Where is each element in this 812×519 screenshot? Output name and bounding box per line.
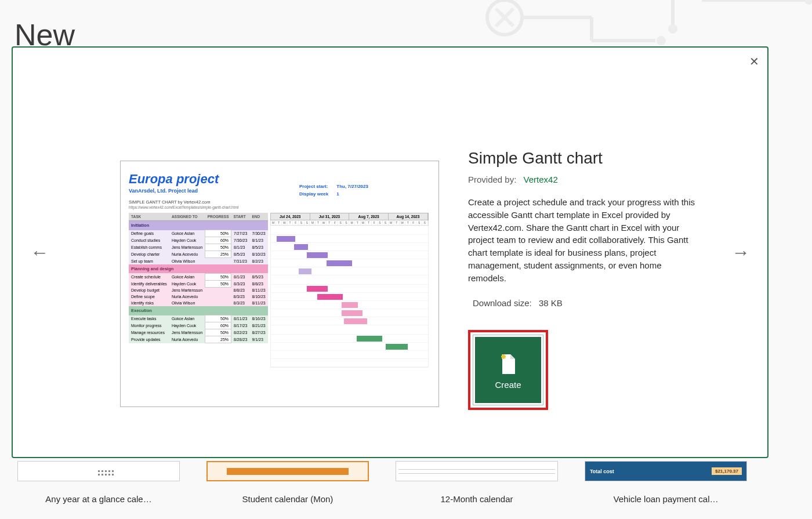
template-card[interactable]: 12-Month calendar (396, 461, 558, 504)
template-label: Vehicle loan payment cal… (614, 494, 719, 504)
column-header: START (231, 213, 250, 221)
download-size-value: 38 KB (539, 298, 563, 308)
task-row: Define scopeNuria Acevedo8/3/238/10/23 (129, 293, 268, 300)
provider-link[interactable]: Vertex42 (524, 175, 558, 184)
prev-template-button[interactable]: ← (30, 242, 49, 263)
download-size-row: Download size: 38 KB (468, 298, 700, 308)
preview-subtitle: VanArsdel, Ltd. Project lead (129, 188, 430, 194)
close-icon: ✕ (749, 55, 759, 68)
task-row: Identify risksOlivia Wilson8/3/238/11/23 (129, 300, 268, 306)
task-row: Develop budgetJens Martensson8/8/238/11/… (129, 287, 268, 293)
arrow-left-icon: ← (30, 242, 49, 263)
template-label: 12-Month calendar (440, 494, 513, 504)
provided-by-row: Provided by: Vertex42 (468, 175, 700, 184)
task-row: Define goalsGokce Aslan50%7/27/237/30/23 (129, 230, 268, 237)
template-preview: Europa project VanArsdel, Ltd. Project l… (120, 161, 439, 407)
task-row: Establish commsJens Martensson50%8/1/238… (129, 244, 268, 251)
svg-point-0 (487, 0, 522, 35)
template-gallery-row: Any year at a glance cale… Student calen… (17, 461, 747, 504)
next-template-button[interactable]: → (731, 242, 750, 263)
template-card[interactable]: Any year at a glance cale… (17, 461, 180, 504)
template-thumb (206, 461, 369, 481)
template-detail: Simple Gantt chart Provided by: Vertex42… (468, 149, 700, 410)
template-thumb (396, 461, 558, 481)
preview-info: Project start:Thu, 7/27/2023 Display wee… (295, 182, 373, 198)
task-row: Develop charterNuria Acevedo25%8/5/238/1… (129, 251, 268, 258)
create-highlight-annotation: Create (468, 330, 548, 410)
download-size-label: Download size: (473, 298, 532, 308)
template-card[interactable]: Student calendar (Mon) (206, 461, 369, 504)
template-title: Simple Gantt chart (468, 149, 700, 168)
task-row: Create scheduleGokce Aslan50%8/1/238/5/2… (129, 273, 268, 280)
svg-point-2 (668, 24, 677, 34)
task-table: TASKASSIGNED TOPROGRESSSTARTEND Initiati… (129, 213, 268, 343)
week-label: Jul 24, 2023 (271, 213, 310, 220)
task-row: Identify deliverablesHayden Cook50%8/3/2… (129, 280, 268, 287)
template-preview-modal: ✕ ← → Europa project VanArsdel, Ltd. Pro… (12, 46, 768, 458)
gantt-chart: Jul 24, 2023Jul 31, 2023Aug 7, 2023Aug 1… (270, 213, 429, 368)
create-button[interactable]: Create (475, 337, 541, 403)
preview-url: https://www.vertex42.com/ExcelTemplates/… (129, 205, 430, 209)
preview-meta: SIMPLE GANTT CHART by Vertex42.com (129, 199, 430, 205)
task-row: Monitor progressHayden Cook60%8/17/238/2… (129, 322, 268, 329)
week-label: Aug 14, 2023 (389, 213, 428, 220)
template-thumb: Total cost $21,170.37 (585, 461, 747, 481)
task-row: Execute tasksGokce Aslan50%8/11/238/16/2… (129, 315, 268, 322)
column-header: TASK (129, 213, 169, 221)
template-card[interactable]: Total cost $21,170.37 Vehicle loan payme… (585, 461, 747, 504)
task-row: Manage resourcesJens Martensson50%8/22/2… (129, 329, 268, 336)
new-document-icon (498, 351, 519, 376)
provided-label: Provided by: (468, 175, 516, 184)
week-label: Aug 7, 2023 (349, 213, 389, 220)
column-header: END (249, 213, 267, 221)
svg-point-3 (804, 0, 812, 5)
column-header: PROGRESS (205, 213, 231, 221)
template-description: Create a project schedule and track your… (468, 196, 700, 284)
week-label: Jul 31, 2023 (310, 213, 350, 220)
preview-project-title: Europa project (129, 172, 430, 187)
task-row: Conduct studiesHayden Cook60%7/30/238/1/… (129, 237, 268, 244)
task-row: Provide updatesNuria Acevedo25%8/28/239/… (129, 336, 268, 343)
column-header: ASSIGNED TO (169, 213, 205, 221)
section-row: Initiation (129, 221, 268, 230)
close-button[interactable]: ✕ (749, 55, 759, 68)
template-label: Any year at a glance cale… (45, 494, 151, 504)
template-thumb (17, 461, 180, 481)
svg-point-1 (657, 36, 666, 45)
section-row: Planning and design (129, 264, 268, 274)
section-row: Execution (129, 306, 268, 315)
arrow-right-icon: → (731, 242, 750, 263)
template-label: Student calendar (Mon) (242, 494, 334, 504)
task-row: Set up teamOlivia Wilson7/31/238/2/23 (129, 258, 268, 264)
create-button-label: Create (495, 380, 521, 390)
